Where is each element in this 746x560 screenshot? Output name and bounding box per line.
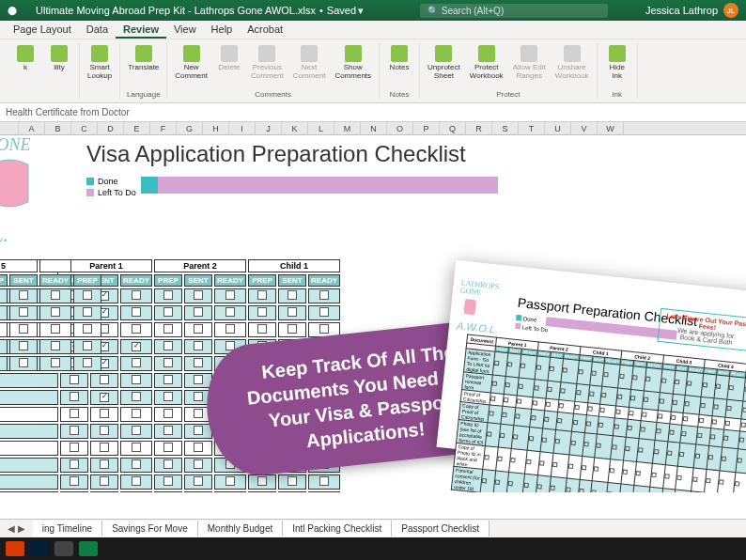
checkbox-cell[interactable] — [184, 441, 212, 456]
checkbox-cell[interactable] — [248, 491, 276, 492]
checkbox-cell[interactable] — [90, 474, 118, 490]
checkbox-cell[interactable] — [120, 322, 152, 337]
checkbox-cell[interactable] — [154, 424, 182, 439]
col-E[interactable]: E — [124, 122, 150, 134]
checkbox-cell[interactable] — [154, 288, 182, 303]
checkbox-cell[interactable] — [154, 441, 182, 456]
checkbox-cell[interactable] — [90, 491, 118, 492]
checkbox-cell[interactable] — [90, 373, 118, 388]
checkbox-cell[interactable] — [120, 339, 152, 354]
ribbon-btn-unprotect-sheet[interactable]: UnprotectSheet — [424, 43, 464, 83]
sheet-tab[interactable]: Monthly Budget — [198, 521, 284, 537]
checkbox-cell[interactable] — [120, 474, 152, 490]
col-I[interactable]: I — [229, 122, 256, 134]
checkbox-cell[interactable] — [60, 458, 88, 473]
ribbon-tab-data[interactable]: Data — [79, 21, 116, 39]
checkbox-cell[interactable] — [120, 305, 152, 320]
ribbon-btn-ility[interactable]: ility — [43, 43, 75, 74]
ribbon-tab-help[interactable]: Help — [204, 21, 241, 39]
checkbox-cell[interactable] — [214, 322, 246, 337]
checkbox-cell[interactable] — [184, 458, 212, 473]
col-O[interactable]: O — [387, 122, 413, 134]
checklist-table-child5[interactable]: Child 5READYPREPSENTREADYPREP — [0, 257, 103, 373]
checkbox-cell[interactable] — [248, 322, 276, 337]
checkbox-cell[interactable] — [184, 322, 212, 337]
checkbox-cell[interactable] — [184, 305, 212, 320]
app-icon[interactable] — [54, 541, 73, 556]
col-T[interactable]: T — [519, 122, 545, 134]
col-F[interactable]: F — [150, 122, 177, 134]
checkbox-cell[interactable] — [154, 491, 182, 492]
checkbox-cell[interactable] — [248, 305, 276, 320]
ps-icon[interactable] — [30, 541, 49, 556]
checkbox-cell[interactable] — [60, 424, 88, 439]
checkbox-cell[interactable] — [184, 474, 212, 490]
sheet-tab[interactable]: ing Timeline — [33, 521, 102, 537]
autosave-toggle[interactable]: ⬤ — [8, 6, 17, 15]
ribbon-btn-notes[interactable]: Notes — [383, 43, 415, 74]
col-S[interactable]: S — [492, 122, 519, 134]
checkbox-cell[interactable] — [120, 373, 152, 388]
checkbox-cell[interactable] — [60, 390, 88, 405]
checkbox-cell[interactable] — [154, 474, 182, 490]
checkbox-cell[interactable] — [120, 424, 152, 439]
checkbox-cell[interactable] — [60, 474, 88, 490]
col-U[interactable]: U — [545, 122, 571, 134]
checkbox-cell[interactable] — [90, 458, 118, 473]
ribbon-tab-acrobat[interactable]: Acrobat — [240, 21, 290, 39]
checkbox-cell[interactable] — [120, 407, 152, 422]
checkbox-cell[interactable] — [308, 305, 340, 320]
checkbox-cell[interactable] — [308, 474, 340, 490]
checkbox-cell[interactable] — [154, 458, 182, 473]
col-R[interactable]: R — [466, 122, 492, 134]
ribbon-btn-protect-workbook[interactable]: ProtectWorkbook — [466, 43, 507, 83]
checkbox-cell[interactable] — [154, 390, 182, 405]
checkbox-cell[interactable] — [120, 356, 152, 371]
checkbox-cell[interactable] — [184, 373, 212, 388]
office-icon[interactable] — [6, 541, 24, 556]
checkbox-cell[interactable] — [120, 458, 152, 473]
user-avatar[interactable]: JL — [723, 3, 738, 18]
checkbox-cell[interactable] — [120, 390, 152, 405]
ribbon-btn-hide-ink[interactable]: HideInk — [601, 43, 633, 83]
checkbox-cell[interactable] — [184, 288, 212, 303]
sheet-tab[interactable]: Intl Packing Checklist — [283, 521, 392, 537]
checkbox-cell[interactable] — [90, 424, 118, 439]
checkbox-cell[interactable] — [184, 339, 212, 354]
checkbox-cell[interactable] — [154, 407, 182, 422]
formula-bar[interactable]: Health Certificate from Doctor — [0, 103, 746, 122]
checkbox-cell[interactable] — [90, 407, 118, 422]
checkbox-cell[interactable] — [154, 339, 182, 354]
col-L[interactable]: L — [308, 122, 334, 134]
col-M[interactable]: M — [334, 122, 361, 134]
sheet-tab[interactable]: Savings For Move — [102, 521, 198, 537]
ribbon-btn-smart-lookup[interactable]: SmartLookup — [84, 43, 116, 83]
checkbox-cell[interactable] — [184, 491, 212, 492]
checkbox-cell[interactable] — [60, 373, 88, 388]
worksheet[interactable]: S GONE O.L. Visa Application Preparation… — [0, 135, 746, 492]
ribbon-btn-translate[interactable]: Translate — [124, 43, 163, 74]
checkbox-cell[interactable] — [154, 356, 182, 371]
checkbox-cell[interactable] — [184, 424, 212, 439]
taskbar[interactable] — [0, 537, 746, 560]
checkbox-cell[interactable] — [154, 373, 182, 388]
checkbox-cell[interactable] — [184, 356, 212, 371]
user-name[interactable]: Jessica Lathrop — [645, 5, 718, 16]
col-H[interactable]: H — [203, 122, 229, 134]
col-W[interactable]: W — [598, 122, 624, 134]
checkbox-cell[interactable] — [60, 491, 88, 492]
checkbox-cell[interactable] — [278, 322, 306, 337]
col-C[interactable]: C — [71, 122, 98, 134]
col-A[interactable]: A — [19, 122, 45, 134]
col-G[interactable]: G — [177, 122, 203, 134]
checkbox-cell[interactable] — [60, 441, 88, 456]
checkbox-cell[interactable] — [120, 491, 152, 492]
checkbox-cell[interactable] — [120, 441, 152, 456]
ribbon-tab-view[interactable]: View — [166, 21, 204, 39]
col-D[interactable]: D — [98, 122, 124, 134]
col-Q[interactable]: Q — [440, 122, 466, 134]
search-box[interactable]: 🔍 Search (Alt+Q) — [420, 4, 608, 18]
ribbon-btn-show-comments[interactable]: ShowComments — [331, 43, 375, 83]
ribbon-tab-review[interactable]: Review — [116, 21, 166, 39]
ribbon-btn-k[interactable]: k — [9, 43, 41, 74]
